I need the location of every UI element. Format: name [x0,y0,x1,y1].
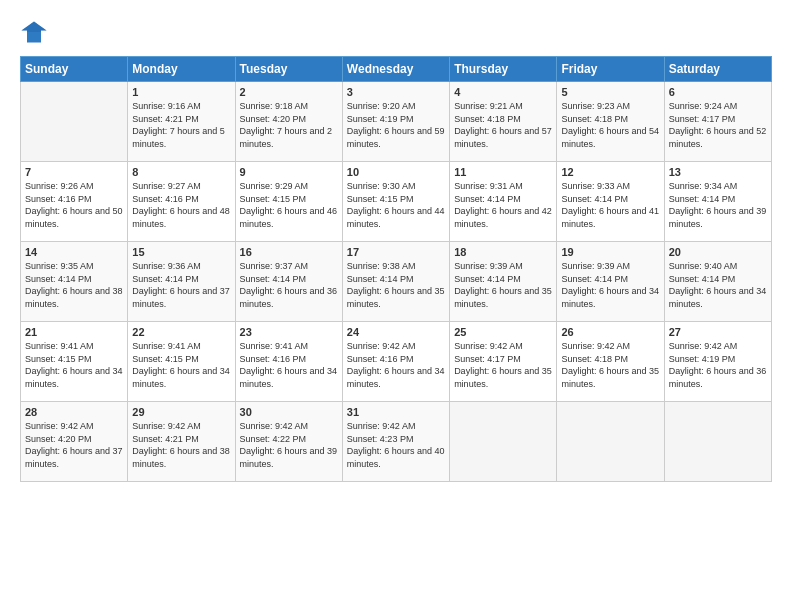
calendar-cell: 5Sunrise: 9:23 AMSunset: 4:18 PMDaylight… [557,82,664,162]
day-number: 29 [132,406,230,418]
calendar-cell: 18Sunrise: 9:39 AMSunset: 4:14 PMDayligh… [450,242,557,322]
calendar-cell: 10Sunrise: 9:30 AMSunset: 4:15 PMDayligh… [342,162,449,242]
day-number: 9 [240,166,338,178]
calendar-cell: 3Sunrise: 9:20 AMSunset: 4:19 PMDaylight… [342,82,449,162]
calendar-cell: 15Sunrise: 9:36 AMSunset: 4:14 PMDayligh… [128,242,235,322]
calendar-cell: 21Sunrise: 9:41 AMSunset: 4:15 PMDayligh… [21,322,128,402]
day-info: Sunrise: 9:41 AMSunset: 4:15 PMDaylight:… [132,340,230,390]
day-number: 24 [347,326,445,338]
day-number: 13 [669,166,767,178]
day-number: 7 [25,166,123,178]
calendar-week-row: 1Sunrise: 9:16 AMSunset: 4:21 PMDaylight… [21,82,772,162]
logo-icon [20,18,48,46]
day-number: 18 [454,246,552,258]
day-info: Sunrise: 9:39 AMSunset: 4:14 PMDaylight:… [454,260,552,310]
day-info: Sunrise: 9:34 AMSunset: 4:14 PMDaylight:… [669,180,767,230]
day-info: Sunrise: 9:16 AMSunset: 4:21 PMDaylight:… [132,100,230,150]
day-number: 12 [561,166,659,178]
calendar-week-row: 21Sunrise: 9:41 AMSunset: 4:15 PMDayligh… [21,322,772,402]
calendar-cell: 31Sunrise: 9:42 AMSunset: 4:23 PMDayligh… [342,402,449,482]
day-info: Sunrise: 9:41 AMSunset: 4:16 PMDaylight:… [240,340,338,390]
calendar-cell: 28Sunrise: 9:42 AMSunset: 4:20 PMDayligh… [21,402,128,482]
calendar-cell: 8Sunrise: 9:27 AMSunset: 4:16 PMDaylight… [128,162,235,242]
calendar-cell: 12Sunrise: 9:33 AMSunset: 4:14 PMDayligh… [557,162,664,242]
weekday-header: Monday [128,57,235,82]
calendar-cell: 30Sunrise: 9:42 AMSunset: 4:22 PMDayligh… [235,402,342,482]
day-number: 20 [669,246,767,258]
day-number: 6 [669,86,767,98]
calendar-cell: 4Sunrise: 9:21 AMSunset: 4:18 PMDaylight… [450,82,557,162]
calendar-cell: 26Sunrise: 9:42 AMSunset: 4:18 PMDayligh… [557,322,664,402]
page: SundayMondayTuesdayWednesdayThursdayFrid… [0,0,792,612]
calendar-cell [557,402,664,482]
day-info: Sunrise: 9:31 AMSunset: 4:14 PMDaylight:… [454,180,552,230]
calendar-week-row: 28Sunrise: 9:42 AMSunset: 4:20 PMDayligh… [21,402,772,482]
day-number: 16 [240,246,338,258]
day-info: Sunrise: 9:29 AMSunset: 4:15 PMDaylight:… [240,180,338,230]
day-number: 3 [347,86,445,98]
day-info: Sunrise: 9:42 AMSunset: 4:23 PMDaylight:… [347,420,445,470]
calendar-cell: 14Sunrise: 9:35 AMSunset: 4:14 PMDayligh… [21,242,128,322]
calendar-week-row: 14Sunrise: 9:35 AMSunset: 4:14 PMDayligh… [21,242,772,322]
day-number: 23 [240,326,338,338]
day-info: Sunrise: 9:42 AMSunset: 4:16 PMDaylight:… [347,340,445,390]
day-number: 2 [240,86,338,98]
calendar-cell: 9Sunrise: 9:29 AMSunset: 4:15 PMDaylight… [235,162,342,242]
weekday-header: Tuesday [235,57,342,82]
day-info: Sunrise: 9:18 AMSunset: 4:20 PMDaylight:… [240,100,338,150]
calendar-cell: 11Sunrise: 9:31 AMSunset: 4:14 PMDayligh… [450,162,557,242]
day-info: Sunrise: 9:26 AMSunset: 4:16 PMDaylight:… [25,180,123,230]
calendar-cell: 17Sunrise: 9:38 AMSunset: 4:14 PMDayligh… [342,242,449,322]
day-number: 21 [25,326,123,338]
day-info: Sunrise: 9:42 AMSunset: 4:18 PMDaylight:… [561,340,659,390]
calendar-cell: 24Sunrise: 9:42 AMSunset: 4:16 PMDayligh… [342,322,449,402]
day-number: 22 [132,326,230,338]
day-number: 26 [561,326,659,338]
day-info: Sunrise: 9:38 AMSunset: 4:14 PMDaylight:… [347,260,445,310]
svg-marker-1 [21,22,46,33]
day-info: Sunrise: 9:37 AMSunset: 4:14 PMDaylight:… [240,260,338,310]
calendar-cell: 22Sunrise: 9:41 AMSunset: 4:15 PMDayligh… [128,322,235,402]
day-number: 15 [132,246,230,258]
weekday-header: Friday [557,57,664,82]
day-number: 14 [25,246,123,258]
day-info: Sunrise: 9:42 AMSunset: 4:21 PMDaylight:… [132,420,230,470]
day-info: Sunrise: 9:42 AMSunset: 4:17 PMDaylight:… [454,340,552,390]
calendar-cell: 16Sunrise: 9:37 AMSunset: 4:14 PMDayligh… [235,242,342,322]
day-info: Sunrise: 9:33 AMSunset: 4:14 PMDaylight:… [561,180,659,230]
calendar-header: SundayMondayTuesdayWednesdayThursdayFrid… [21,57,772,82]
day-info: Sunrise: 9:27 AMSunset: 4:16 PMDaylight:… [132,180,230,230]
calendar-cell: 2Sunrise: 9:18 AMSunset: 4:20 PMDaylight… [235,82,342,162]
day-number: 27 [669,326,767,338]
day-number: 19 [561,246,659,258]
calendar-cell: 1Sunrise: 9:16 AMSunset: 4:21 PMDaylight… [128,82,235,162]
header-row: SundayMondayTuesdayWednesdayThursdayFrid… [21,57,772,82]
calendar-week-row: 7Sunrise: 9:26 AMSunset: 4:16 PMDaylight… [21,162,772,242]
day-info: Sunrise: 9:30 AMSunset: 4:15 PMDaylight:… [347,180,445,230]
calendar-cell: 7Sunrise: 9:26 AMSunset: 4:16 PMDaylight… [21,162,128,242]
day-info: Sunrise: 9:39 AMSunset: 4:14 PMDaylight:… [561,260,659,310]
day-number: 4 [454,86,552,98]
calendar-cell: 20Sunrise: 9:40 AMSunset: 4:14 PMDayligh… [664,242,771,322]
day-info: Sunrise: 9:35 AMSunset: 4:14 PMDaylight:… [25,260,123,310]
day-info: Sunrise: 9:36 AMSunset: 4:14 PMDaylight:… [132,260,230,310]
day-number: 31 [347,406,445,418]
day-number: 1 [132,86,230,98]
calendar-cell [21,82,128,162]
calendar-table: SundayMondayTuesdayWednesdayThursdayFrid… [20,56,772,482]
day-number: 8 [132,166,230,178]
day-info: Sunrise: 9:23 AMSunset: 4:18 PMDaylight:… [561,100,659,150]
weekday-header: Sunday [21,57,128,82]
calendar-body: 1Sunrise: 9:16 AMSunset: 4:21 PMDaylight… [21,82,772,482]
weekday-header: Thursday [450,57,557,82]
calendar-cell [664,402,771,482]
calendar-cell: 29Sunrise: 9:42 AMSunset: 4:21 PMDayligh… [128,402,235,482]
day-info: Sunrise: 9:42 AMSunset: 4:20 PMDaylight:… [25,420,123,470]
day-number: 10 [347,166,445,178]
day-info: Sunrise: 9:20 AMSunset: 4:19 PMDaylight:… [347,100,445,150]
day-info: Sunrise: 9:21 AMSunset: 4:18 PMDaylight:… [454,100,552,150]
day-number: 5 [561,86,659,98]
calendar-cell: 6Sunrise: 9:24 AMSunset: 4:17 PMDaylight… [664,82,771,162]
calendar-cell: 13Sunrise: 9:34 AMSunset: 4:14 PMDayligh… [664,162,771,242]
weekday-header: Wednesday [342,57,449,82]
